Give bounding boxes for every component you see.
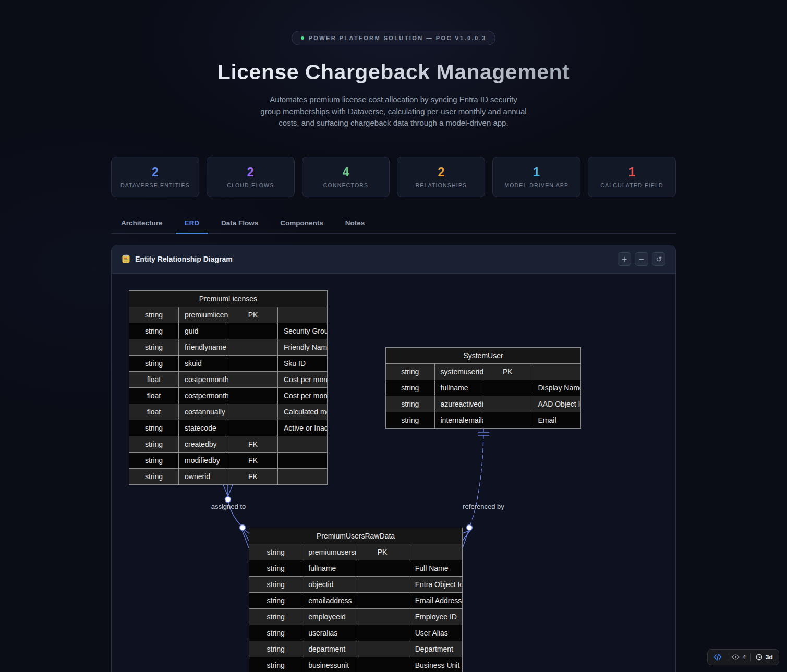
entity-attribute-row: stringsystemuseridPK xyxy=(386,363,581,380)
entity-attr-key xyxy=(356,592,409,608)
entity-attr-name: objectid xyxy=(302,576,356,592)
entity-attr-comment: Friendly Name xyxy=(278,339,328,355)
entity-attr-key: FK xyxy=(228,452,278,468)
entity-attr-type: string xyxy=(129,339,179,355)
code-button[interactable] xyxy=(713,654,722,661)
entity-attr-type: string xyxy=(386,396,435,412)
entity-attr-key: PK xyxy=(228,307,278,323)
entity-attr-name: fullname xyxy=(302,560,356,576)
entity-attr-type: string xyxy=(386,363,435,380)
entity-attr-name: systemuserid xyxy=(434,363,483,380)
entity-attr-name: friendlyname xyxy=(179,339,228,355)
entity-attr-name: ownerid xyxy=(179,468,228,484)
entity-attribute-row: floatcostpermonth_baseCost per month Bas… xyxy=(129,387,328,404)
entity-attr-comment xyxy=(409,544,462,560)
eye-icon xyxy=(732,654,740,660)
status-widget: 4 3d xyxy=(707,649,779,665)
entity-attr-key: FK xyxy=(228,436,278,452)
entity-attr-name: employeeid xyxy=(302,608,356,625)
entity-attr-type: string xyxy=(129,420,179,436)
entity-attr-type: string xyxy=(249,625,302,641)
entity-attr-name: department xyxy=(302,641,356,657)
zoom-in-button[interactable]: + xyxy=(618,252,631,266)
entity-attr-name: modifiedby xyxy=(179,452,228,468)
tab-data-flows[interactable]: Data Flows xyxy=(212,214,267,234)
erd-entity-premiumusersrawdata[interactable]: PremiumUsersRawData stringpremiumusersra… xyxy=(249,528,463,672)
erd-entity-premiumlicenses[interactable]: PremiumLicenses stringpremiumlicensesidP… xyxy=(129,290,328,485)
entity-attr-comment: Email xyxy=(532,412,581,428)
entity-attribute-row: stringbusinessunitBusiness Unit xyxy=(249,657,463,672)
stat-value: 1 xyxy=(533,165,540,179)
stat-value: 2 xyxy=(247,165,254,179)
entity-attr-type: string xyxy=(249,544,302,560)
entity-attribute-row: floatcostannuallyCalculated monthly x 12 xyxy=(129,404,328,420)
entity-attr-name: premiumlicensesid xyxy=(179,307,228,323)
entity-attribute-row: stringfriendlynameFriendly Name xyxy=(129,339,328,355)
entity-attr-key xyxy=(483,380,532,396)
entity-attr-key xyxy=(228,355,278,371)
stat-label: DATAVERSE ENTITIES xyxy=(120,182,190,188)
entity-title: PremiumUsersRawData xyxy=(249,528,463,544)
entity-attr-key xyxy=(228,323,278,339)
entity-attr-comment xyxy=(278,468,328,484)
entity-attr-key xyxy=(356,576,409,592)
stat-value: 2 xyxy=(152,165,159,179)
reset-view-button[interactable]: ↺ xyxy=(652,252,665,266)
entity-attr-comment: Sku ID xyxy=(278,355,328,371)
tab-notes[interactable]: Notes xyxy=(336,214,374,234)
entity-attr-name: useralias xyxy=(302,625,356,641)
stat-value: 1 xyxy=(628,165,635,179)
entity-attr-name: premiumusersrawdataid xyxy=(302,544,356,560)
entity-attr-type: string xyxy=(129,307,179,323)
divider xyxy=(727,653,727,661)
entity-attr-key xyxy=(228,387,278,404)
stat-card-calculated-field: 1 CALCULATED FIELD xyxy=(588,157,676,197)
entity-attr-key: FK xyxy=(228,468,278,484)
relationship-label-referenced-by: referenced by xyxy=(463,503,504,510)
entity-attribute-row: stringuseraliasUser Alias xyxy=(249,625,463,641)
age-value: 3d xyxy=(765,654,773,661)
page-subtitle: Automates premium license cost allocatio… xyxy=(259,94,528,129)
entity-attr-type: string xyxy=(249,576,302,592)
entity-attribute-row: stringfullnameFull Name xyxy=(249,560,463,576)
entity-attr-key xyxy=(483,412,532,428)
zoom-out-button[interactable]: − xyxy=(635,252,648,266)
clipboard-icon xyxy=(122,254,130,263)
entity-attribute-row: stringowneridFK xyxy=(129,468,328,484)
entity-attr-type: string xyxy=(386,412,435,428)
entity-attr-comment: Department xyxy=(409,641,462,657)
tab-architecture[interactable]: Architecture xyxy=(112,214,172,234)
entity-attribute-row: stringmodifiedbyFK xyxy=(129,452,328,468)
stat-card-relationships: 2 RELATIONSHIPS xyxy=(397,157,485,197)
badge-row: POWER PLATFORM SOLUTION — POC V1.0.0.3 xyxy=(111,0,676,45)
entity-attr-name: internalemailaddress xyxy=(434,412,483,428)
entity-attr-key xyxy=(228,420,278,436)
erd-entity-systemuser[interactable]: SystemUser stringsystemuseridPKstringful… xyxy=(385,347,581,429)
entity-attr-name: costpermonth xyxy=(179,371,228,387)
entity-attr-type: string xyxy=(129,323,179,339)
entity-attr-comment xyxy=(278,307,328,323)
entity-attr-type: string xyxy=(129,436,179,452)
entity-attr-type: string xyxy=(249,608,302,625)
views-counter: 4 xyxy=(732,654,746,661)
erd-canvas[interactable]: assigned to referenced by PremiumLicense… xyxy=(112,274,675,672)
entity-attr-type: string xyxy=(249,592,302,608)
entity-attribute-row: stringemailaddressEmail Address xyxy=(249,592,463,608)
entity-attr-comment: Entra Object Id xyxy=(409,576,462,592)
entity-attr-name: fullname xyxy=(434,380,483,396)
code-icon xyxy=(713,654,722,661)
tab-erd[interactable]: ERD xyxy=(176,214,209,234)
entity-attr-comment: Cost per month xyxy=(278,371,328,387)
tab-components[interactable]: Components xyxy=(271,214,332,234)
entity-attribute-row: stringstatecodeActive or Inactive xyxy=(129,420,328,436)
entity-attr-key xyxy=(356,641,409,657)
badge-label: POWER PLATFORM SOLUTION — POC V1.0.0.3 xyxy=(309,35,487,41)
views-count: 4 xyxy=(742,654,746,661)
entity-attr-type: float xyxy=(129,387,179,404)
entity-attr-type: string xyxy=(129,468,179,484)
solution-badge: POWER PLATFORM SOLUTION — POC V1.0.0.3 xyxy=(292,31,496,45)
entity-attr-key: PK xyxy=(356,544,409,560)
entity-attribute-row: floatcostpermonthCost per month xyxy=(129,371,328,387)
entity-attr-type: float xyxy=(129,404,179,420)
entity-attr-name: businessunit xyxy=(302,657,356,672)
